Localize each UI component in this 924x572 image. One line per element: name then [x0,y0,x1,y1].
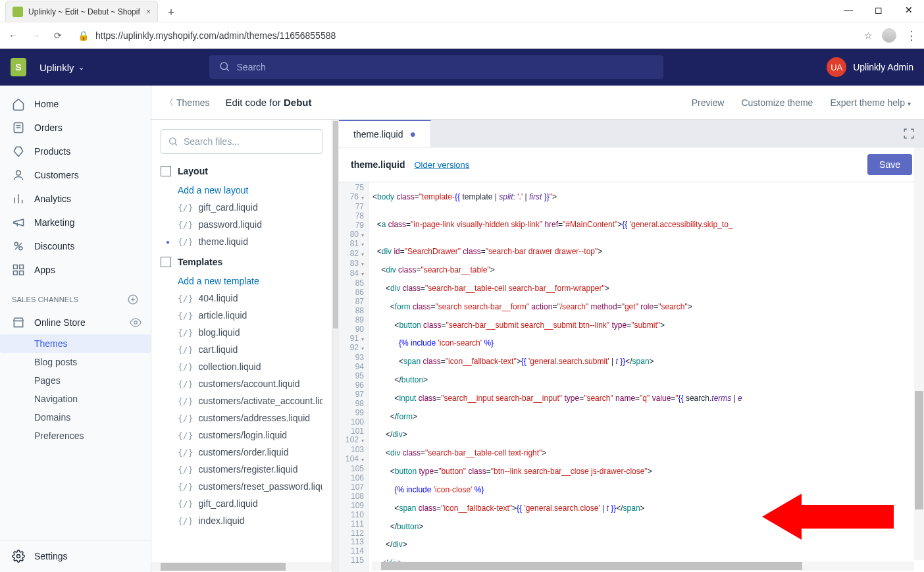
chevron-left-icon: 〈 [165,97,174,109]
subnav-preferences[interactable]: Preferences [0,427,151,445]
shopify-topbar: Uplinkly ⌄ Search UA Uplinkly Admin [0,49,924,86]
view-store-icon[interactable] [130,317,141,328]
older-versions-link[interactable]: Older versions [414,160,469,170]
file-item[interactable]: {/}collection.liquid [161,358,322,375]
editor-filename: theme.liquid [351,159,405,170]
file-item[interactable]: {/}article.liquid [161,307,322,324]
shopify-search[interactable]: Search [209,55,663,79]
filetree-h-scrollbar[interactable] [151,562,332,571]
subnav-pages[interactable]: Pages [0,371,151,390]
browser-toolbar: ← → ⟳ 🔒 https://uplinkly.myshopify.com/a… [0,22,924,49]
back-icon[interactable]: ← [7,30,20,41]
nav-orders[interactable]: Orders [0,116,151,140]
profile-avatar[interactable] [882,28,896,43]
close-tab-icon[interactable]: × [146,7,151,16]
search-icon [168,136,178,147]
user-menu[interactable]: UA Uplinkly Admin [827,57,913,77]
shopify-favicon [13,7,23,17]
add-new-layout[interactable]: Add a new layout [161,182,322,199]
close-window-button[interactable]: ✕ [894,0,924,20]
file-item[interactable]: {/}customers/register.liquid [161,461,322,478]
minimize-button[interactable]: — [833,0,863,20]
lock-icon: 🔒 [78,30,89,41]
file-item[interactable]: {/}customers/reset_password.liquid [161,478,322,495]
editor-h-scrollbar[interactable] [372,561,914,571]
subnav-blog-posts[interactable]: Blog posts [0,353,151,371]
svg-rect-13 [20,265,24,269]
bookmark-star-icon[interactable]: ☆ [864,30,873,41]
nav-marketing[interactable]: Marketing [0,211,151,234]
window-controls: — ◻ ✕ [833,0,924,20]
nav-discounts[interactable]: Discounts [0,234,151,258]
svg-rect-14 [14,271,18,275]
nav-customers[interactable]: Customers [0,163,151,187]
search-files-input[interactable]: Search files... [161,129,322,154]
svg-rect-19 [14,321,22,327]
maximize-button[interactable]: ◻ [863,0,894,20]
user-initials-badge: UA [827,57,846,77]
store-switcher[interactable]: Uplinkly ⌄ [39,62,84,73]
section-templates-header[interactable]: Templates [161,257,322,267]
editor-tab-active[interactable]: theme.liquid ● [339,120,431,147]
main-area: 〈Themes Edit code for Debut Preview Cust… [151,86,924,572]
sales-channels-header: SALES CHANNELS [0,282,151,311]
nav-settings[interactable]: Settings [0,540,151,572]
forward-icon[interactable]: → [29,30,42,41]
add-new-template[interactable]: Add a new template [161,273,322,290]
file-item[interactable]: {/}cart.liquid [161,341,322,358]
nav-home[interactable]: Home [0,92,151,116]
url-text: https://uplinkly.myshopify.com/admin/the… [95,30,336,41]
file-item[interactable]: {/}blog.liquid [161,324,322,341]
svg-point-22 [170,138,176,144]
preview-link[interactable]: Preview [692,97,725,108]
file-item-active[interactable]: {/}theme.liquid [161,233,322,250]
nav-apps[interactable]: Apps [0,258,151,282]
folder-icon [161,166,171,176]
file-item[interactable]: {/}gift_card.liquid [161,199,322,216]
nav-online-store[interactable]: Online Store [0,311,130,334]
fullscreen-icon[interactable] [894,120,924,147]
code-editor: theme.liquid ● theme.liquid Older versio… [339,120,924,572]
subnav-navigation[interactable]: Navigation [0,390,151,408]
store-name: Uplinkly [39,62,74,73]
file-item[interactable]: {/}customers/activate_account.liquid [161,392,322,409]
annotation-arrow [762,490,894,543]
section-layout-header[interactable]: Layout [161,166,322,176]
editor-tab-label: theme.liquid [353,129,403,140]
chrome-menu-icon[interactable]: ⋮ [906,28,917,43]
filetree-v-scrollbar[interactable] [332,120,339,572]
user-name: Uplinkly Admin [853,62,913,72]
file-item[interactable]: {/}password.liquid [161,216,322,233]
save-button[interactable]: Save [867,154,912,175]
subnav-domains[interactable]: Domains [0,408,151,427]
file-item[interactable]: {/}customers/order.liquid [161,444,322,461]
reload-icon[interactable]: ⟳ [51,30,64,41]
new-tab-button[interactable]: + [162,3,180,22]
url-bar[interactable]: 🔒 https://uplinkly.myshopify.com/admin/t… [74,30,855,41]
editor-tabs: theme.liquid ● [339,120,924,147]
chevron-down-icon: ⌄ [78,63,84,72]
folder-icon [161,257,171,267]
file-item[interactable]: {/}customers/account.liquid [161,375,322,392]
svg-point-10 [19,247,22,250]
browser-tab[interactable]: Uplinkly ~ Edit ~ Debut ~ Shopif × [5,1,158,22]
nav-products[interactable]: Products [0,140,151,163]
nav-analytics[interactable]: Analytics [0,187,151,211]
file-item[interactable]: {/}gift_card.liquid [161,495,322,512]
file-item[interactable]: {/}index.liquid [161,512,322,529]
svg-point-0 [220,63,228,70]
file-item[interactable]: {/}customers/login.liquid [161,427,322,444]
file-tree: Search files... Layout Add a new layout … [151,120,332,572]
add-channel-icon[interactable] [127,294,139,305]
file-item[interactable]: {/}404.liquid [161,290,322,307]
customize-theme-link[interactable]: Customize theme [741,97,813,108]
back-to-themes[interactable]: 〈Themes [165,97,210,109]
file-item[interactable]: {/}customers/addresses.liquid [161,409,322,427]
expert-help-link[interactable]: Expert theme help▾ [830,97,911,108]
subnav-themes[interactable]: Themes [0,334,151,353]
shopify-logo-icon[interactable] [11,58,26,76]
svg-point-5 [16,170,21,175]
editor-v-scrollbar[interactable] [914,147,924,560]
search-placeholder: Search [237,62,266,72]
svg-point-21 [17,555,20,558]
